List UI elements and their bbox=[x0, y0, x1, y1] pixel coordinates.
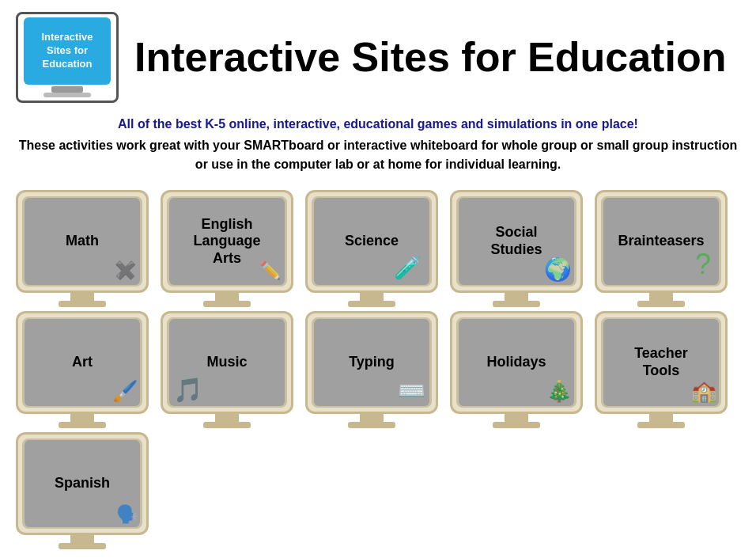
category-holidays[interactable]: Holidays 🎄 bbox=[446, 311, 587, 428]
monitor-neck-holidays bbox=[505, 414, 528, 422]
category-teacher-tools[interactable]: TeacherTools 🏫 bbox=[591, 311, 731, 428]
monitor-neck-science bbox=[360, 293, 384, 301]
monitor-screen-brain: Brainteasers ? bbox=[603, 198, 719, 285]
science-icon: 🧪 bbox=[394, 255, 421, 281]
subtitle-text: All of the best K-5 online, interactive,… bbox=[0, 111, 756, 136]
monitor-art: Art 🖌️ bbox=[16, 311, 149, 414]
logo-box: InteractiveSites forEducation bbox=[16, 12, 119, 103]
monitor-screen-science: Science 🧪 bbox=[314, 198, 429, 285]
monitor-screen-social: SocialStudies 🌍 bbox=[459, 198, 574, 285]
ela-label: EnglishLanguageArts bbox=[193, 216, 260, 268]
monitor-neck bbox=[70, 293, 94, 301]
math-icon: ✖️ bbox=[115, 260, 136, 281]
monitor-foot bbox=[59, 301, 106, 307]
math-label: Math bbox=[66, 233, 99, 250]
monitor-holidays: Holidays 🎄 bbox=[450, 311, 583, 414]
logo-text: InteractiveSites forEducation bbox=[41, 31, 93, 71]
site-title-area: Interactive Sites for Education bbox=[134, 34, 726, 82]
social-icon: 🌍 bbox=[544, 256, 572, 283]
monitor-foot-social bbox=[493, 301, 540, 307]
monitor-screen-art: Art 🖌️ bbox=[25, 319, 140, 406]
category-grid: Math ✖️ EnglishLanguageArts ✏️ bbox=[0, 186, 756, 558]
monitor-music: 🎵 Music bbox=[161, 311, 293, 414]
logo-stand bbox=[51, 86, 83, 93]
monitor-neck-typing bbox=[360, 414, 384, 422]
category-typing[interactable]: Typing ⌨️ bbox=[301, 311, 442, 428]
category-ela[interactable]: EnglishLanguageArts ✏️ bbox=[157, 190, 297, 307]
category-social-studies[interactable]: SocialStudies 🌍 bbox=[446, 190, 587, 307]
monitor-foot-teacher bbox=[637, 422, 685, 428]
monitor-neck-ela bbox=[215, 293, 239, 301]
monitor-neck-art bbox=[70, 414, 94, 422]
monitor-math: Math ✖️ bbox=[16, 190, 149, 293]
art-icon: 🖌️ bbox=[112, 379, 138, 404]
typing-icon: ⌨️ bbox=[398, 378, 425, 404]
social-label: SocialStudies bbox=[490, 224, 542, 258]
monitor-neck-teacher bbox=[649, 414, 673, 422]
logo-base bbox=[43, 93, 91, 97]
site-title: Interactive Sites for Education bbox=[134, 34, 726, 82]
science-label: Science bbox=[345, 233, 399, 250]
holidays-label: Holidays bbox=[486, 354, 546, 371]
brain-label: Brainteasers bbox=[618, 233, 704, 250]
logo-screen: InteractiveSites forEducation bbox=[24, 17, 111, 85]
brain-icon: ? bbox=[695, 248, 711, 281]
monitor-screen-holidays: Holidays 🎄 bbox=[459, 319, 574, 406]
music-label: Music bbox=[206, 354, 247, 371]
teacher-label: TeacherTools bbox=[634, 345, 688, 379]
page-header: InteractiveSites forEducation Interactiv… bbox=[0, 0, 756, 111]
monitor-foot-ela bbox=[203, 301, 251, 307]
category-spanish[interactable]: Spanish 🗣️ bbox=[12, 432, 153, 549]
spanish-label: Spanish bbox=[55, 475, 110, 492]
category-art[interactable]: Art 🖌️ bbox=[12, 311, 153, 428]
monitor-foot-spanish bbox=[59, 543, 106, 549]
monitor-foot-music bbox=[203, 422, 251, 428]
monitor-screen-math: Math ✖️ bbox=[25, 198, 140, 285]
category-math[interactable]: Math ✖️ bbox=[12, 190, 153, 307]
monitor-screen-teacher: TeacherTools 🏫 bbox=[603, 319, 719, 406]
description-text: These activities work great with your SM… bbox=[0, 136, 756, 186]
monitor-ela: EnglishLanguageArts ✏️ bbox=[161, 190, 293, 293]
art-label: Art bbox=[72, 354, 93, 371]
grid-row-2: Art 🖌️ 🎵 Music Typing bbox=[8, 311, 748, 428]
grid-row-3: Spanish 🗣️ bbox=[8, 432, 748, 549]
monitor-brain: Brainteasers ? bbox=[595, 190, 728, 293]
grid-row-1: Math ✖️ EnglishLanguageArts ✏️ bbox=[8, 190, 748, 307]
monitor-neck-music bbox=[215, 414, 239, 422]
monitor-teacher: TeacherTools 🏫 bbox=[595, 311, 728, 414]
ela-icon: ✏️ bbox=[259, 260, 281, 281]
monitor-foot-holidays bbox=[493, 422, 540, 428]
holidays-icon: 🎄 bbox=[546, 379, 572, 404]
monitor-screen-ela: EnglishLanguageArts ✏️ bbox=[169, 198, 285, 285]
monitor-neck-social bbox=[505, 293, 528, 301]
spanish-icon: 🗣️ bbox=[116, 504, 138, 525]
monitor-foot-science bbox=[348, 301, 395, 307]
monitor-foot-art bbox=[59, 422, 106, 428]
monitor-screen-spanish: Spanish 🗣️ bbox=[25, 440, 140, 527]
music-icon: 🎵 bbox=[173, 376, 202, 404]
category-science[interactable]: Science 🧪 bbox=[301, 190, 442, 307]
monitor-foot-typing bbox=[348, 422, 395, 428]
monitor-social: SocialStudies 🌍 bbox=[450, 190, 583, 293]
monitor-neck-brain bbox=[649, 293, 673, 301]
monitor-typing: Typing ⌨️ bbox=[305, 311, 438, 414]
monitor-neck-spanish bbox=[70, 535, 94, 543]
monitor-screen-music: 🎵 Music bbox=[169, 319, 285, 406]
category-brainteasers[interactable]: Brainteasers ? bbox=[591, 190, 731, 307]
monitor-screen-typing: Typing ⌨️ bbox=[314, 319, 429, 406]
monitor-spanish: Spanish 🗣️ bbox=[16, 432, 149, 535]
teacher-icon: 🏫 bbox=[691, 379, 716, 404]
typing-label: Typing bbox=[349, 354, 395, 371]
category-music[interactable]: 🎵 Music bbox=[157, 311, 297, 428]
monitor-science: Science 🧪 bbox=[305, 190, 438, 293]
monitor-foot-brain bbox=[637, 301, 685, 307]
